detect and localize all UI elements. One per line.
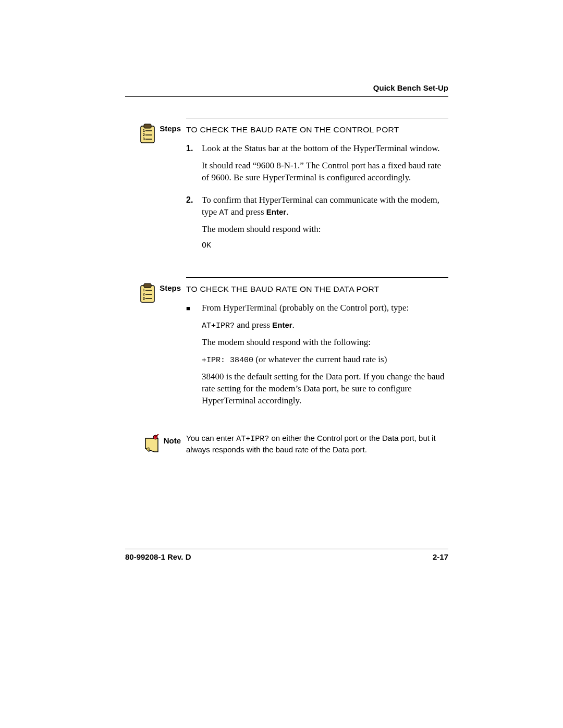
step-text: Look at the Status bar at the bottom of … <box>202 143 448 155</box>
bullet-text: AT+IPR? and press Enter. <box>202 319 448 331</box>
step-text: It should read “9600 8-N-1.” The Control… <box>202 160 448 184</box>
command-text: AT+IPR? <box>236 435 269 443</box>
svg-rect-9 <box>144 283 151 288</box>
bullet-text: From HyperTerminal (probably on the Cont… <box>202 302 448 314</box>
note-text: You can enter AT+IPR? on either the Cont… <box>186 433 448 455</box>
steps-side-col: 1 2 3 Steps <box>125 277 186 303</box>
bullet-text: The modem should respond with the follow… <box>202 337 448 349</box>
page-footer: 80-99208-1 Rev. D 2-17 <box>125 549 448 561</box>
bullet-text: 38400 is the default setting for the Dat… <box>202 371 448 407</box>
svg-text:3: 3 <box>143 137 145 141</box>
steps-section-data-port: 1 2 3 Steps TO CHECK THE BAUD RATE ON TH… <box>125 277 448 417</box>
step-2: 2. To confirm that HyperTerminal can com… <box>186 194 448 256</box>
note-label: Note <box>164 433 181 445</box>
header-rule <box>125 96 448 97</box>
steps-clipboard-icon: 1 2 3 <box>139 118 156 144</box>
steps-clipboard-icon: 1 2 3 <box>139 277 156 303</box>
command-text: AT+IPR? <box>202 322 235 330</box>
sticky-note-pushpin-icon <box>143 433 161 455</box>
svg-text:1: 1 <box>143 288 145 292</box>
text: and press <box>229 207 266 217</box>
section-rule <box>186 118 448 118</box>
section-heading: TO CHECK THE BAUD RATE ON THE DATA PORT <box>186 284 448 295</box>
step-number: 2. <box>186 194 202 256</box>
section-heading: TO CHECK THE BAUD RATE ON THE CONTROL PO… <box>186 125 448 135</box>
svg-text:1: 1 <box>143 129 145 132</box>
text: . <box>286 207 288 217</box>
bullet-text: +IPR: 38400 (or whatever the current bau… <box>202 354 448 366</box>
footer-rule <box>125 549 448 549</box>
command-text: AT <box>219 208 229 217</box>
note-section: Note You can enter AT+IPR? on either the… <box>125 433 448 461</box>
bullet-marker: ■ <box>186 302 202 412</box>
step-body: To confirm that HyperTerminal can commun… <box>202 194 448 256</box>
bullet-body: From HyperTerminal (probably on the Cont… <box>202 302 448 412</box>
bullet-item: ■ From HyperTerminal (probably on the Co… <box>186 302 448 412</box>
step-1: 1. Look at the Status bar at the bottom … <box>186 143 448 189</box>
key-enter: Enter <box>266 207 286 216</box>
svg-text:2: 2 <box>143 292 145 296</box>
response-text: OK <box>202 241 448 251</box>
section-rule <box>186 277 448 278</box>
step-text: The modem should respond with: <box>202 224 448 236</box>
page: Quick Bench Set-Up 1 2 3 Steps TO CHECK <box>0 0 563 728</box>
page-header-title: Quick Bench Set-Up <box>125 83 448 92</box>
steps-body: TO CHECK THE BAUD RATE ON THE DATA PORT … <box>186 277 448 417</box>
svg-text:3: 3 <box>143 297 145 300</box>
steps-label: Steps <box>160 118 181 133</box>
svg-rect-1 <box>144 124 151 128</box>
steps-section-control-port: 1 2 3 Steps TO CHECK THE BAUD RATE ON TH… <box>125 118 448 262</box>
text: You can enter <box>186 434 236 442</box>
text: and press <box>235 320 272 330</box>
doc-revision: 80-99208-1 Rev. D <box>125 552 191 561</box>
steps-label: Steps <box>160 277 181 292</box>
text: (or whatever the current baud rate is) <box>253 354 387 364</box>
step-number: 1. <box>186 143 202 189</box>
steps-side-col: 1 2 3 Steps <box>125 118 186 144</box>
response-text: +IPR: 38400 <box>202 356 253 365</box>
steps-body: TO CHECK THE BAUD RATE ON THE CONTROL PO… <box>186 118 448 262</box>
note-side-col: Note <box>125 433 186 455</box>
footer-row: 80-99208-1 Rev. D 2-17 <box>125 552 448 561</box>
svg-marker-17 <box>145 448 149 452</box>
key-enter: Enter <box>272 320 292 329</box>
svg-text:2: 2 <box>143 133 145 137</box>
note-body: You can enter AT+IPR? on either the Cont… <box>186 433 448 461</box>
step-body: Look at the Status bar at the bottom of … <box>202 143 448 189</box>
text: . <box>292 320 295 330</box>
step-text: To confirm that HyperTerminal can commun… <box>202 194 448 218</box>
page-number: 2-17 <box>433 552 448 561</box>
